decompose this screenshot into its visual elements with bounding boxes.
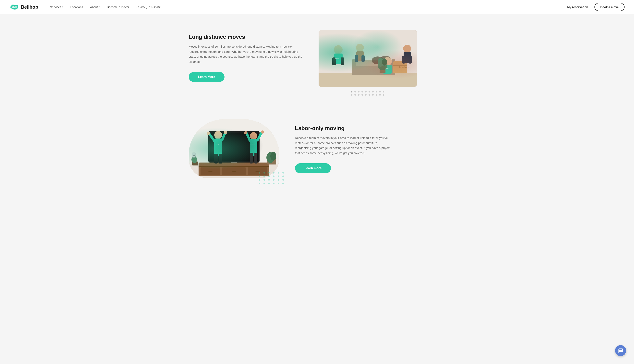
svg-rect-1 xyxy=(318,73,417,87)
svg-rect-22 xyxy=(404,52,411,63)
svg-rect-24 xyxy=(409,56,412,64)
svg-point-6 xyxy=(372,56,384,64)
about-chevron-icon: ▾ xyxy=(98,6,100,8)
svg-point-49 xyxy=(224,131,227,134)
svg-rect-39 xyxy=(222,168,246,175)
labor-only-section: Bellhop Bellhop Labor-only moving Reserv… xyxy=(189,108,445,194)
labor-only-image-container: Bellhop Bellhop xyxy=(189,119,279,178)
svg-rect-20 xyxy=(383,65,392,74)
svg-rect-23 xyxy=(402,56,405,64)
tv-movers-illustration: Bellhop Bellhop xyxy=(189,119,279,178)
svg-rect-34 xyxy=(210,132,258,161)
labor-only-heading: Labor-only moving xyxy=(295,125,393,132)
svg-point-56 xyxy=(244,131,247,134)
svg-rect-31 xyxy=(189,119,279,178)
svg-rect-5 xyxy=(392,60,395,75)
main-content: Long distance moves Moves in excess of 5… xyxy=(179,14,455,194)
svg-point-29 xyxy=(378,58,384,67)
long-distance-text: Long distance moves Moves in excess of 5… xyxy=(189,30,303,82)
svg-text:Bellhop: Bellhop xyxy=(384,68,390,69)
svg-rect-67 xyxy=(192,153,196,158)
nav-right: My reservation Book a move xyxy=(567,3,624,11)
svg-line-46 xyxy=(209,134,214,141)
long-distance-image: Medium xyxy=(318,30,417,87)
long-distance-section: Long distance moves Moves in excess of 5… xyxy=(189,14,445,108)
nav-locations[interactable]: Locations xyxy=(70,5,83,9)
svg-rect-0 xyxy=(318,30,417,87)
svg-rect-35 xyxy=(231,162,237,164)
labor-only-cta-button[interactable]: Learn more xyxy=(295,163,331,173)
svg-point-62 xyxy=(270,152,276,160)
svg-point-44 xyxy=(214,131,222,139)
logo-link[interactable]: Bellhop xyxy=(10,4,38,10)
svg-point-7 xyxy=(380,56,391,63)
svg-rect-18 xyxy=(362,55,364,62)
carousel-dots xyxy=(318,91,417,96)
nav-links: Services ▾ Locations About ▾ Become a mo… xyxy=(50,5,567,9)
svg-point-69 xyxy=(194,154,194,154)
svg-rect-16 xyxy=(356,51,364,61)
svg-point-21 xyxy=(403,45,411,52)
nav-become-mover[interactable]: Become a mover xyxy=(107,5,129,9)
svg-rect-51 xyxy=(219,154,222,164)
labor-only-image: Bellhop Bellhop xyxy=(189,119,279,178)
svg-rect-59 xyxy=(254,153,258,164)
services-chevron-icon: ▾ xyxy=(62,6,63,8)
svg-rect-58 xyxy=(250,153,253,164)
svg-rect-53 xyxy=(250,139,258,156)
svg-point-30 xyxy=(382,58,387,66)
svg-point-68 xyxy=(193,154,194,154)
nav-phone[interactable]: +1 (855) 795-2232 xyxy=(136,5,160,9)
book-move-button[interactable]: Book a move xyxy=(594,3,624,11)
svg-point-42 xyxy=(232,170,236,172)
svg-rect-3 xyxy=(352,60,395,66)
svg-point-43 xyxy=(255,170,260,172)
svg-rect-38 xyxy=(200,168,220,175)
nav-services[interactable]: Services ▾ xyxy=(50,5,63,9)
svg-rect-4 xyxy=(352,60,356,75)
svg-rect-60 xyxy=(268,158,276,164)
my-reservation-link[interactable]: My reservation xyxy=(567,5,588,9)
svg-text:Bellhop: Bellhop xyxy=(335,58,340,60)
navbar: Bellhop Services ▾ Locations About ▾ Bec… xyxy=(0,0,634,14)
long-distance-cta-button[interactable]: Learn More xyxy=(189,72,224,82)
svg-rect-12 xyxy=(334,54,342,64)
long-distance-heading: Long distance moves xyxy=(189,34,303,40)
svg-rect-14 xyxy=(340,58,344,65)
svg-rect-70 xyxy=(193,155,194,156)
svg-text:Bellhop: Bellhop xyxy=(250,144,254,144)
labor-only-text: Labor-only moving Reserve a team of move… xyxy=(295,119,393,173)
logo-icon xyxy=(10,4,19,10)
long-distance-body: Moves in excess of 50 miles are consider… xyxy=(189,44,303,64)
svg-point-11 xyxy=(334,45,342,54)
decorative-dots xyxy=(259,172,285,184)
svg-point-28 xyxy=(378,58,388,70)
labor-only-body: Reserve a team of movers in your area to… xyxy=(295,135,393,156)
svg-rect-33 xyxy=(208,131,260,162)
svg-text:Medium: Medium xyxy=(399,66,409,69)
svg-rect-13 xyxy=(332,58,336,65)
svg-rect-50 xyxy=(214,154,218,164)
svg-line-54 xyxy=(247,134,250,141)
svg-line-55 xyxy=(258,132,262,140)
svg-line-47 xyxy=(222,133,225,140)
svg-rect-2 xyxy=(354,63,393,75)
svg-point-61 xyxy=(266,152,274,163)
svg-point-15 xyxy=(356,44,364,52)
svg-rect-27 xyxy=(380,66,386,73)
svg-point-57 xyxy=(261,130,264,134)
svg-rect-8 xyxy=(393,62,407,73)
svg-rect-63 xyxy=(192,162,198,166)
svg-rect-45 xyxy=(214,138,222,156)
svg-text:Bellhop: Bellhop xyxy=(215,144,219,144)
svg-point-48 xyxy=(207,132,210,135)
svg-rect-17 xyxy=(355,55,358,62)
movers-illustration: Medium xyxy=(318,30,417,87)
svg-point-19 xyxy=(383,57,392,66)
nav-about[interactable]: About ▾ xyxy=(90,5,100,9)
svg-point-41 xyxy=(208,170,213,172)
logo-text: Bellhop xyxy=(21,4,38,10)
svg-point-64 xyxy=(192,156,197,163)
svg-point-52 xyxy=(250,132,258,140)
long-distance-image-container: Medium xyxy=(318,30,417,96)
